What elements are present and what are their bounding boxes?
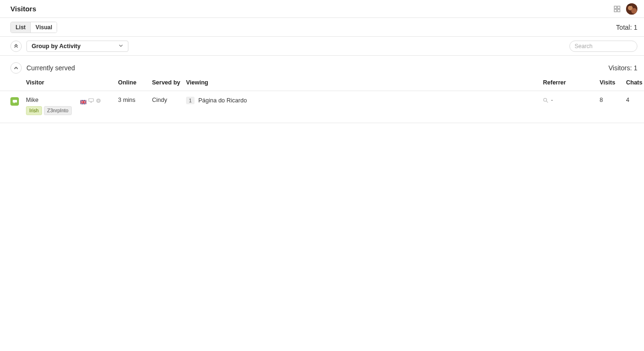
svg-rect-3 bbox=[618, 9, 620, 12]
visitor-cell: Mike Irish Z3nrpInto bbox=[26, 97, 80, 115]
visits-cell: 8 bbox=[600, 97, 626, 103]
top-header: Visitors bbox=[0, 0, 644, 18]
group-visitors-count: Visitors: 1 bbox=[609, 64, 637, 72]
total-count: Total: 1 bbox=[616, 24, 637, 31]
visitors-value: 1 bbox=[634, 64, 637, 72]
tab-visual[interactable]: Visual bbox=[30, 22, 57, 33]
col-viewing[interactable]: Viewing bbox=[186, 79, 543, 86]
visitor-tag[interactable]: Irish bbox=[26, 106, 42, 115]
svg-point-6 bbox=[631, 8, 637, 14]
filter-left: Group by Activity bbox=[10, 41, 128, 52]
group-collapse-button[interactable] bbox=[10, 62, 22, 74]
referrer-value: - bbox=[551, 97, 553, 103]
col-online[interactable]: Online bbox=[118, 79, 152, 86]
online-cell: 3 mins bbox=[118, 97, 152, 103]
svg-rect-11 bbox=[80, 102, 86, 103]
visitor-name: Mike bbox=[26, 97, 80, 103]
view-tab-group: List Visual bbox=[10, 22, 57, 33]
browser-icon bbox=[96, 98, 101, 105]
visitors-table: Visitor Online Served by Viewing Referre… bbox=[0, 79, 644, 123]
svg-rect-2 bbox=[614, 9, 617, 12]
col-chats[interactable]: Chats bbox=[626, 79, 644, 86]
col-referrer[interactable]: Referrer bbox=[543, 79, 600, 86]
filter-row: Group by Activity bbox=[0, 37, 644, 56]
chevron-down-icon bbox=[119, 43, 123, 50]
svg-point-14 bbox=[97, 100, 99, 101]
svg-line-16 bbox=[546, 101, 548, 102]
visitor-tags: Irish Z3nrpInto bbox=[26, 106, 80, 115]
table-header: Visitor Online Served by Viewing Referre… bbox=[0, 79, 644, 91]
collapse-all-button[interactable] bbox=[10, 41, 22, 52]
group-by-label: Group by Activity bbox=[32, 43, 81, 50]
search-wrap bbox=[569, 41, 637, 52]
svg-rect-1 bbox=[618, 6, 620, 8]
page-title: Visitors bbox=[10, 5, 36, 13]
col-visitor[interactable]: Visitor bbox=[26, 79, 118, 86]
total-value: 1 bbox=[634, 24, 637, 31]
search-input[interactable] bbox=[569, 41, 637, 52]
visitors-label: Visitors: bbox=[609, 64, 632, 72]
total-label: Total: bbox=[616, 24, 632, 31]
col-visits[interactable]: Visits bbox=[600, 79, 626, 86]
col-served-by[interactable]: Served by bbox=[152, 79, 186, 86]
search-icon bbox=[543, 98, 548, 103]
apps-grid-icon[interactable] bbox=[614, 6, 620, 12]
visitor-tag[interactable]: Z3nrpInto bbox=[44, 106, 72, 115]
tabs-row: List Visual Total: 1 bbox=[0, 18, 644, 37]
table-row[interactable]: Mike Irish Z3nrpInto bbox=[0, 91, 644, 123]
viewing-cell: 1 Página do Ricardo bbox=[186, 97, 543, 104]
chat-status-icon bbox=[10, 97, 19, 106]
served-by-cell: Cindy bbox=[152, 97, 186, 103]
referrer-cell: - bbox=[543, 97, 600, 103]
user-avatar[interactable] bbox=[626, 3, 637, 15]
desktop-icon bbox=[88, 98, 94, 105]
header-actions bbox=[614, 3, 637, 15]
visitor-meta-icons bbox=[80, 98, 118, 105]
group-by-select[interactable]: Group by Activity bbox=[26, 41, 128, 52]
tab-list[interactable]: List bbox=[11, 22, 30, 33]
group-header: Currently served Visitors: 1 bbox=[0, 56, 644, 79]
viewing-page: Página do Ricardo bbox=[198, 97, 247, 104]
svg-rect-12 bbox=[89, 99, 93, 101]
viewing-count-badge: 1 bbox=[186, 97, 195, 104]
svg-rect-0 bbox=[614, 6, 617, 8]
svg-point-15 bbox=[543, 98, 546, 101]
double-chevron-up-icon bbox=[14, 42, 18, 50]
group-title: Currently served bbox=[26, 64, 75, 72]
chevron-up-icon bbox=[14, 65, 18, 72]
country-flag-icon bbox=[80, 99, 86, 103]
chats-cell: 4 bbox=[626, 97, 644, 103]
